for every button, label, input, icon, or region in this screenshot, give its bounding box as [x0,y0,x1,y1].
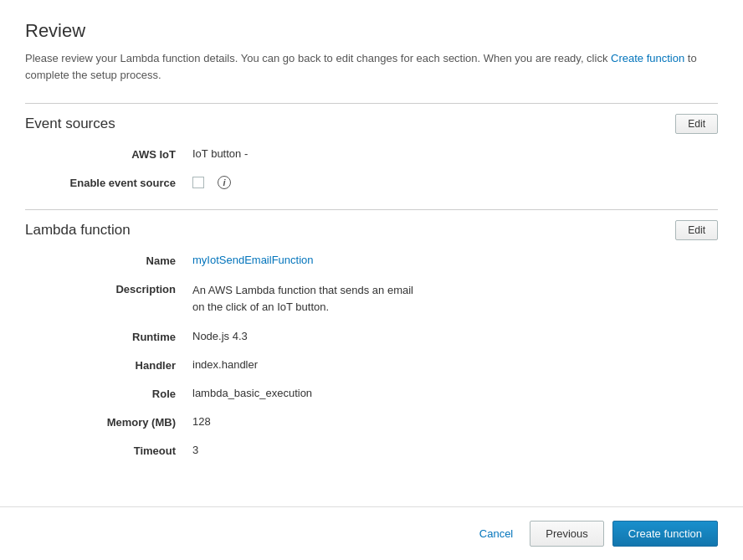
enable-event-source-label: Enable event source [25,177,192,189]
event-sources-header: Event sources Edit [25,103,718,134]
previous-button[interactable]: Previous [530,521,604,547]
name-row: Name myIotSendEmailFunction [25,254,718,267]
enable-event-source-checkbox[interactable] [192,177,204,188]
timeout-value: 3 [192,444,718,456]
aws-iot-label: AWS IoT [25,147,192,161]
footer: Cancel Previous Create function [0,506,743,560]
memory-value: 128 [192,415,718,428]
role-label: Role [25,387,192,400]
event-sources-section: Event sources Edit AWS IoT IoT button - … [25,103,718,189]
role-row: Role lambda_basic_execution [25,387,718,400]
aws-iot-value: IoT button - [192,147,718,160]
memory-row: Memory (MB) 128 [25,415,718,429]
description-value: An AWS Lambda function that sends an ema… [192,282,718,315]
page-title: Review [25,20,718,42]
runtime-value: Node.js 4.3 [192,330,718,342]
role-value: lambda_basic_execution [192,387,718,399]
enable-checkbox-area: i [192,176,231,189]
lambda-function-title: Lambda function [25,222,131,239]
description-line1: An AWS Lambda function that sends an ema… [192,284,413,313]
info-icon[interactable]: i [218,176,231,189]
lambda-function-edit-button[interactable]: Edit [675,220,718,240]
handler-label: Handler [25,358,192,372]
create-function-link-text: Create function [611,52,684,64]
timeout-label: Timeout [25,444,192,457]
lambda-function-header: Lambda function Edit [25,209,718,240]
page-container: Review Please review your Lambda functio… [0,0,743,560]
create-function-button[interactable]: Create function [612,521,718,547]
name-value: myIotSendEmailFunction [192,254,718,266]
handler-row: Handler index.handler [25,358,718,372]
event-sources-title: Event sources [25,116,115,132]
memory-label: Memory (MB) [25,415,192,429]
name-label: Name [25,254,192,267]
runtime-row: Runtime Node.js 4.3 [25,330,718,343]
cancel-button[interactable]: Cancel [471,522,521,545]
event-sources-edit-button[interactable]: Edit [675,114,718,134]
main-content: Review Please review your Lambda functio… [0,0,743,506]
runtime-label: Runtime [25,330,192,343]
description-label: Description [25,282,192,295]
intro-paragraph: Please review your Lambda function detai… [25,50,718,83]
handler-value: index.handler [192,358,718,371]
timeout-row: Timeout 3 [25,444,718,457]
description-row: Description An AWS Lambda function that … [25,282,718,315]
enable-event-source-row: Enable event source i [25,176,718,189]
lambda-function-section: Lambda function Edit Name myIotSendEmail… [25,209,718,457]
intro-part1: Please review your Lambda function detai… [25,52,611,64]
aws-iot-row: AWS IoT IoT button - [25,147,718,161]
